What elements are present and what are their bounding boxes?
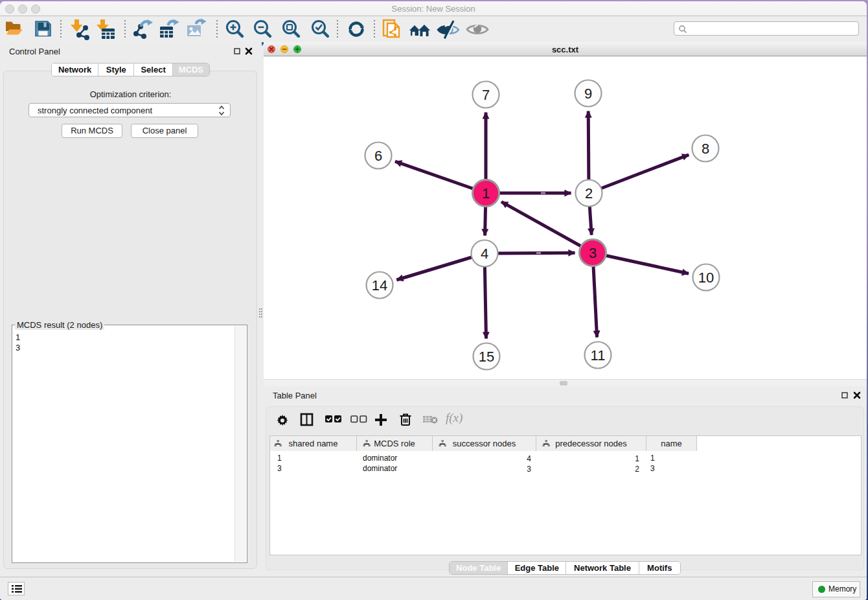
svg-text:10: 10 <box>698 270 714 286</box>
svg-text:6: 6 <box>374 148 382 164</box>
svg-text:3: 3 <box>589 245 597 261</box>
svg-text:9: 9 <box>584 86 592 102</box>
svg-text:2: 2 <box>585 185 593 202</box>
svg-text:11: 11 <box>591 347 606 363</box>
svg-text:7: 7 <box>482 87 490 103</box>
svg-text:4: 4 <box>481 246 488 262</box>
svg-text:1: 1 <box>482 185 490 202</box>
svg-text:14: 14 <box>372 277 387 294</box>
svg-text:8: 8 <box>702 141 709 157</box>
svg-text:15: 15 <box>479 349 494 365</box>
